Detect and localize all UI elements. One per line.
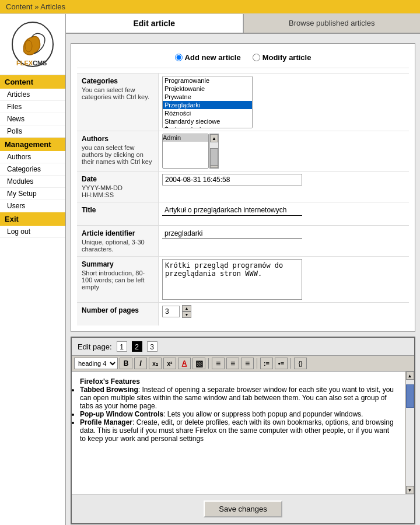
align-right-button[interactable]: ≡ — [241, 358, 254, 369]
title-input[interactable] — [162, 205, 302, 216]
svg-text:FLEX: FLEX — [16, 60, 33, 66]
content-label: Content — [5, 78, 33, 86]
tab-browse-articles[interactable]: Browse published articles — [243, 14, 421, 33]
pages-input[interactable] — [162, 306, 180, 317]
bold-button[interactable]: B — [120, 358, 132, 369]
pages-spinner: ▲ ▼ — [162, 305, 191, 318]
heading: Firefox's Features — [80, 377, 397, 386]
tab-edit-article[interactable]: Edit article — [66, 14, 243, 33]
bg-color-button[interactable]: ▧ — [192, 358, 205, 369]
authors-field: Admin ▲ ▼ — [159, 131, 409, 171]
editor-scroll-up[interactable]: ▲ — [406, 372, 414, 380]
list-item: Profile Manager: Create, edit, or delete… — [80, 418, 397, 443]
sidebar-item-files[interactable]: Files — [0, 101, 65, 113]
identifier-field — [159, 226, 409, 256]
editor-wrapper: Firefox's Features Tabbed Browsing: Inst… — [72, 372, 414, 494]
page-tab-2[interactable]: 2 — [132, 341, 142, 352]
unordered-list-button[interactable]: •≡ — [275, 358, 288, 369]
title-label: Title — [77, 202, 159, 225]
pages-increment-btn[interactable]: ▲ — [182, 305, 191, 312]
ordered-list-button[interactable]: :≡ — [260, 358, 273, 369]
authors-scrollbar: ▲ ▼ — [209, 134, 219, 169]
pages-decrement-btn[interactable]: ▼ — [182, 312, 191, 318]
breadcrumb-text: Content » Articles — [6, 2, 65, 11]
subscript-button[interactable]: x₂ — [149, 358, 162, 369]
management-label: Management — [5, 140, 51, 149]
identifier-input[interactable] — [162, 228, 302, 239]
add-new-option[interactable]: Add new article — [175, 53, 241, 62]
svg-point-1 — [25, 40, 32, 52]
pages-label: Number of pages — [77, 303, 159, 326]
sidebar-item-news[interactable]: News — [0, 113, 65, 125]
sidebar-item-polls[interactable]: Polls — [0, 125, 65, 138]
editor-scrollbar: ▲ ▼ — [405, 372, 414, 494]
sidebar-item-modules[interactable]: Modules — [0, 176, 65, 188]
identifier-label: Article identifier Unique, optional, 3-3… — [77, 226, 159, 256]
save-row: Save changes — [72, 494, 414, 523]
edit-page-section: Edit page: 1 2 3 heading 4 heading 1 hea… — [71, 337, 415, 524]
modify-option[interactable]: Modify article — [253, 53, 312, 62]
content-area: Edit article Browse published articles A… — [66, 14, 420, 525]
date-label: Date YYYY-MM-DD HH:MM:SS — [77, 172, 159, 202]
edit-page-header: Edit page: 1 2 3 — [72, 338, 414, 356]
sidebar-item-articles[interactable]: Articles — [0, 89, 65, 101]
title-row: Title — [77, 202, 409, 225]
date-row: Date YYYY-MM-DD HH:MM:SS — [77, 171, 409, 202]
exit-label: Exit — [5, 215, 19, 223]
feature-list: Tabbed Browsing: Instead of opening a se… — [80, 386, 397, 443]
categories-select[interactable]: Programowanie Projektowanie Prywatne Prz… — [162, 76, 253, 128]
editor-content[interactable]: Firefox's Features Tabbed Browsing: Inst… — [72, 372, 405, 494]
scroll-track — [210, 142, 218, 160]
summary-row: Summary Short introduction, 80-100 words… — [77, 256, 409, 302]
editor-scroll-down[interactable]: ▼ — [406, 486, 414, 494]
logo-icon: FLEX CMS — [9, 20, 56, 69]
sidebar-item-users[interactable]: Users — [0, 200, 65, 212]
align-left-button[interactable]: ≡ — [212, 358, 225, 369]
pages-spinner-btns: ▲ ▼ — [182, 305, 191, 318]
pages-row: Number of pages ▲ ▼ — [77, 302, 409, 326]
authors-select[interactable]: Admin — [162, 134, 209, 169]
modify-radio[interactable] — [253, 54, 260, 61]
scroll-up-btn[interactable]: ▲ — [210, 134, 218, 142]
toolbar-separator-1 — [208, 358, 209, 369]
sidebar: FLEX CMS Content Articles Files News Pol… — [0, 14, 66, 525]
align-center-button[interactable]: ≡ — [226, 358, 239, 369]
sidebar-item-logout[interactable]: Log out — [0, 226, 65, 238]
date-input[interactable] — [162, 174, 302, 186]
breadcrumb: Content » Articles — [0, 0, 420, 14]
summary-label: Summary Short introduction, 80-100 words… — [77, 257, 159, 302]
page-tab-1[interactable]: 1 — [117, 341, 127, 352]
content-section-header[interactable]: Content — [0, 75, 65, 89]
date-field — [159, 172, 409, 202]
summary-textarea[interactable]: Krótki przegląd programów do przeglądani… — [162, 259, 302, 300]
page-tab-3[interactable]: 3 — [147, 341, 158, 352]
pages-field: ▲ ▼ — [159, 303, 409, 326]
tab-bar: Edit article Browse published articles — [66, 14, 420, 34]
sidebar-item-authors[interactable]: Authors — [0, 151, 65, 163]
italic-button[interactable]: I — [134, 358, 147, 369]
authors-label: Authors you can select few authors by cl… — [77, 131, 159, 171]
article-mode-row: Add new article Modify article — [77, 50, 409, 68]
list-item: Pop-up Window Controls: Lets you allow o… — [80, 410, 397, 418]
authors-row: Authors you can select few authors by cl… — [77, 131, 409, 171]
categories-label: Categories You can select few categories… — [77, 74, 159, 131]
list-item: Tabbed Browsing: Instead of opening a se… — [80, 386, 397, 410]
categories-field: Programowanie Projektowanie Prywatne Prz… — [159, 74, 409, 131]
code-button[interactable]: {} — [294, 358, 307, 369]
sidebar-item-categories[interactable]: Categories — [0, 163, 65, 176]
logo-area: FLEX CMS — [0, 14, 65, 75]
management-section-header[interactable]: Management — [0, 138, 65, 151]
superscript-button[interactable]: x² — [163, 358, 176, 369]
save-button[interactable]: Save changes — [204, 501, 282, 517]
editor-toolbar: heading 4 heading 1 heading 2 heading 3 … — [72, 356, 414, 372]
categories-row: Categories You can select few categories… — [77, 73, 409, 131]
title-field — [159, 202, 409, 225]
svg-text:CMS: CMS — [33, 60, 47, 66]
font-color-button[interactable]: A — [178, 358, 191, 369]
edit-page-label: Edit page: — [78, 342, 112, 351]
add-new-radio[interactable] — [175, 54, 183, 61]
exit-section-header[interactable]: Exit — [0, 212, 65, 226]
sidebar-item-mysetup[interactable]: My Setup — [0, 188, 65, 200]
heading-select[interactable]: heading 4 heading 1 heading 2 heading 3 … — [74, 358, 118, 369]
summary-field: Krótki przegląd programów do przeglądani… — [159, 257, 409, 302]
